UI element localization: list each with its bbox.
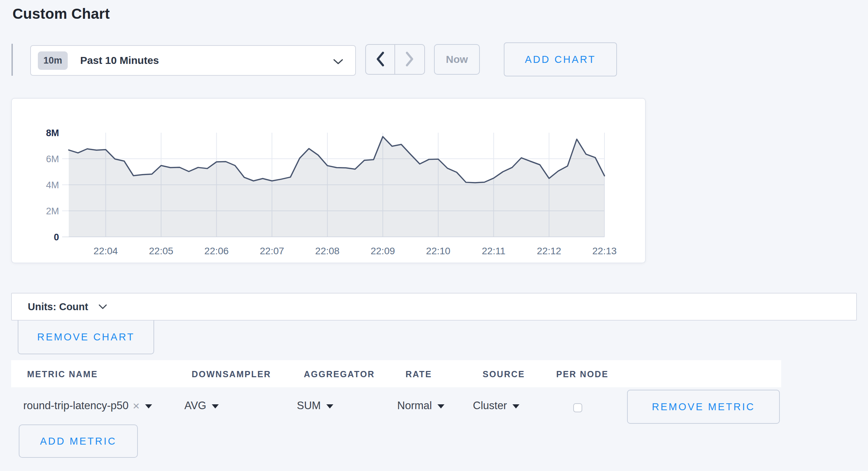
toolbar-divider bbox=[11, 44, 13, 76]
chart-card: 02M4M6M8M22:0422:0522:0622:0722:0822:092… bbox=[11, 98, 646, 263]
svg-text:22:04: 22:04 bbox=[93, 246, 118, 256]
chevron-down-icon bbox=[333, 59, 343, 66]
caret-down-icon bbox=[326, 404, 333, 408]
time-range-label: Past 10 Minutes bbox=[80, 55, 159, 66]
aggregator-select[interactable]: SUM bbox=[297, 387, 333, 424]
chevron-down-icon bbox=[99, 304, 107, 311]
caret-down-icon bbox=[512, 404, 519, 408]
svg-text:22:12: 22:12 bbox=[537, 246, 561, 256]
svg-text:22:05: 22:05 bbox=[149, 246, 173, 256]
remove-tag-x-icon[interactable]: × bbox=[133, 400, 140, 412]
page-title: Custom Chart bbox=[12, 6, 110, 22]
svg-text:8M: 8M bbox=[46, 128, 59, 138]
rate-value: Normal bbox=[397, 399, 432, 412]
now-button[interactable]: Now bbox=[434, 44, 480, 75]
remove-metric-button[interactable]: REMOVE METRIC bbox=[627, 390, 780, 424]
svg-text:22:11: 22:11 bbox=[482, 246, 506, 256]
svg-text:22:13: 22:13 bbox=[592, 246, 617, 256]
next-range-button[interactable] bbox=[395, 45, 424, 74]
column-header-per-node: PER NODE bbox=[556, 369, 609, 379]
svg-text:4M: 4M bbox=[46, 180, 59, 190]
add-metric-button[interactable]: ADD METRIC bbox=[19, 424, 138, 458]
svg-text:2M: 2M bbox=[46, 206, 59, 216]
caret-down-icon bbox=[145, 404, 152, 408]
rate-select[interactable]: Normal bbox=[397, 387, 444, 424]
prev-range-button[interactable] bbox=[366, 45, 395, 74]
add-chart-button[interactable]: ADD CHART bbox=[504, 42, 617, 76]
metrics-table-header: METRIC NAME DOWNSAMPLER AGGREGATOR RATE … bbox=[11, 360, 781, 387]
svg-text:22:09: 22:09 bbox=[370, 246, 395, 256]
time-range-badge: 10m bbox=[38, 51, 68, 70]
column-header-metric-name: METRIC NAME bbox=[27, 369, 98, 379]
source-value: Cluster bbox=[473, 399, 507, 412]
units-label: Units: Count bbox=[28, 301, 88, 313]
svg-text:22:07: 22:07 bbox=[260, 246, 284, 256]
per-node-checkbox[interactable] bbox=[573, 403, 582, 412]
downsampler-select[interactable]: AVG bbox=[184, 387, 219, 424]
downsampler-value: AVG bbox=[184, 399, 206, 412]
timeseries-chart: 02M4M6M8M22:0422:0522:0622:0722:0822:092… bbox=[12, 99, 645, 263]
time-range-dropdown[interactable]: 10m Past 10 Minutes bbox=[30, 45, 356, 76]
column-header-source: SOURCE bbox=[483, 369, 525, 379]
metric-name-value: round-trip-latency-p50 bbox=[23, 399, 128, 412]
column-header-downsampler: DOWNSAMPLER bbox=[192, 369, 271, 379]
chevron-left-icon bbox=[376, 51, 385, 68]
column-header-rate: RATE bbox=[406, 369, 432, 379]
column-header-aggregator: AGGREGATOR bbox=[304, 369, 375, 379]
svg-text:22:08: 22:08 bbox=[315, 246, 340, 256]
svg-text:22:10: 22:10 bbox=[426, 246, 450, 256]
svg-text:0: 0 bbox=[54, 232, 59, 242]
units-dropdown[interactable]: Units: Count bbox=[11, 293, 857, 321]
time-nav-group bbox=[365, 44, 425, 75]
aggregator-value: SUM bbox=[297, 399, 321, 412]
chevron-right-icon bbox=[405, 51, 414, 68]
caret-down-icon bbox=[212, 404, 219, 408]
metric-name-select[interactable]: round-trip-latency-p50 × bbox=[23, 387, 152, 424]
source-select[interactable]: Cluster bbox=[473, 387, 519, 424]
remove-chart-button[interactable]: REMOVE CHART bbox=[18, 320, 154, 354]
svg-text:6M: 6M bbox=[46, 154, 59, 164]
caret-down-icon bbox=[437, 404, 444, 408]
svg-text:22:06: 22:06 bbox=[205, 246, 229, 256]
